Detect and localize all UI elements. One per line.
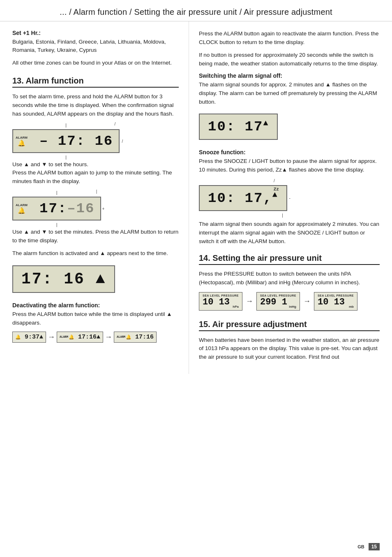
lcd-alarm-minutes-display: | ALARM 🔔 17:–16 | + |: [12, 193, 101, 224]
alarm-lcd2-label: ALARM: [16, 203, 28, 207]
deactivate-seq-3: ALARM🔔 17:16: [114, 332, 157, 343]
zz-label: Zz: [274, 187, 279, 192]
page-footer: GB 15: [357, 543, 380, 550]
pressure-display-inhg: SEA LEVEL PRESSURE 299 1 inHg: [256, 292, 300, 311]
deactivate-sequence: 🔔 9:37▲ → ALARM🔔 17:16▲ → ALARM🔔 17:16: [12, 332, 179, 343]
internet-note: All other time zones can be found in you…: [12, 59, 179, 67]
snooze-heading: Snooze function:: [199, 149, 380, 155]
deactivate-heading: Deactivating the alarm function:: [12, 302, 179, 309]
deactivate-seq-2: ALARM🔔 17:16▲: [57, 332, 103, 343]
lcd3-value: 17: 16 ▲: [21, 270, 106, 288]
section13-heading: 13. Alarm function: [12, 76, 179, 88]
switching-off-heading: Switching the alarm signal off:: [199, 72, 380, 79]
pressure-arrow-1: →: [246, 297, 253, 306]
section14-heading: 14. Setting the air pressure unit: [199, 253, 380, 265]
pressure-value-3: 10 13: [318, 297, 345, 307]
left-column: Set +1 Hr.: Bulgaria, Estonia, Finland, …: [0, 21, 189, 374]
lcd-snooze-value: 10: 17,▲: [208, 190, 278, 206]
pressure-label-1: SEA LEVEL PRESSURE: [203, 294, 239, 297]
alarm-intro-text: To set the alarm time, press and hold th…: [12, 93, 179, 118]
pressure-unit-1: hPa: [233, 305, 239, 309]
page-number: 15: [369, 543, 380, 550]
arrow-icon-2: →: [105, 333, 112, 341]
pressure-unit-3: mb: [349, 305, 354, 309]
lcd-snooze-display: / Zz 10: 17,▲ - |: [199, 182, 287, 214]
pressure-unit-2: inHg: [289, 305, 296, 309]
alarm-resound-text: The alarm signal then sounds again for a…: [199, 220, 380, 246]
lcd2-value: 17:–16: [39, 201, 95, 216]
deactivate-seq-1: 🔔 9:37▲: [12, 332, 46, 343]
switching-off-text: The alarm signal sounds for approx. 2 mi…: [199, 81, 380, 107]
lcd-alarm-value: 10: 17▲: [208, 118, 269, 135]
country-code: GB: [357, 544, 364, 549]
pressure-unit-text: Press the PRESSURE button to switch betw…: [199, 270, 380, 287]
arrow-icon-1: →: [48, 333, 55, 341]
air-pressure-text: When batteries have been inserted in the…: [199, 336, 380, 362]
pressure-value-1: 10 13: [203, 297, 230, 307]
alarm-lcd1-icon: 🔔: [18, 139, 25, 146]
pressure-value-2: 299 1: [260, 297, 287, 307]
alarm-activated-note: The alarm function is activated and ▲ ap…: [12, 249, 179, 258]
alarm-lcd1-label: ALARM: [16, 135, 28, 139]
use-arrows-hours-text: Use ▲ and ▼ to set the hours. Press the …: [12, 160, 179, 186]
page-content: Set +1 Hr.: Bulgaria, Estonia, Finland, …: [0, 21, 392, 374]
set-plus-label: Set +1 Hr.:: [12, 30, 179, 36]
snooze-text: Press the SNOOZE / LIGHT button to pause…: [199, 157, 380, 174]
section15-heading: 15. Air pressure adjustment: [199, 320, 380, 331]
lcd1-value: – 17: 16: [39, 133, 113, 149]
pressure-label-3: SEA LEVEL PRESSURE: [318, 294, 354, 297]
page-header: ... / Alarm function / Setting the air p…: [0, 0, 392, 21]
pressure-label-2: SEA LEVEL PRESSURE: [260, 294, 296, 297]
pressure-display-mb: SEA LEVEL PRESSURE 10 13 mb: [314, 292, 357, 311]
use-arrows-minutes-text: Use ▲ and ▼ to set the minutes. Press th…: [12, 228, 179, 245]
lcd-alarm-signal-display: 10: 17▲: [199, 110, 380, 143]
alarm-reactivate-text: Press the ALARM button again to reactiva…: [199, 30, 380, 47]
country-list: Bulgaria, Estonia, Finland, Greece, Latv…: [12, 38, 179, 55]
pressure-display-hpa: SEA LEVEL PRESSURE 10 13 hPa: [199, 292, 242, 311]
pressure-arrow-2: →: [303, 297, 311, 306]
lcd-alarm-active-display: 17: 16 ▲: [12, 262, 179, 296]
pressure-displays: SEA LEVEL PRESSURE 10 13 hPa → SEA LEVEL…: [199, 292, 380, 311]
right-column: Press the ALARM button again to reactiva…: [189, 21, 392, 374]
no-button-text: If no button is pressed for approximatel…: [199, 51, 380, 68]
lcd-alarm-hours-display: | ALARM 🔔 – 17: 16 | / /: [12, 126, 120, 156]
alarm-lcd2-icon: 🔔: [18, 207, 25, 214]
deactivate-text: Press the ALARM button twice while the t…: [12, 310, 179, 327]
